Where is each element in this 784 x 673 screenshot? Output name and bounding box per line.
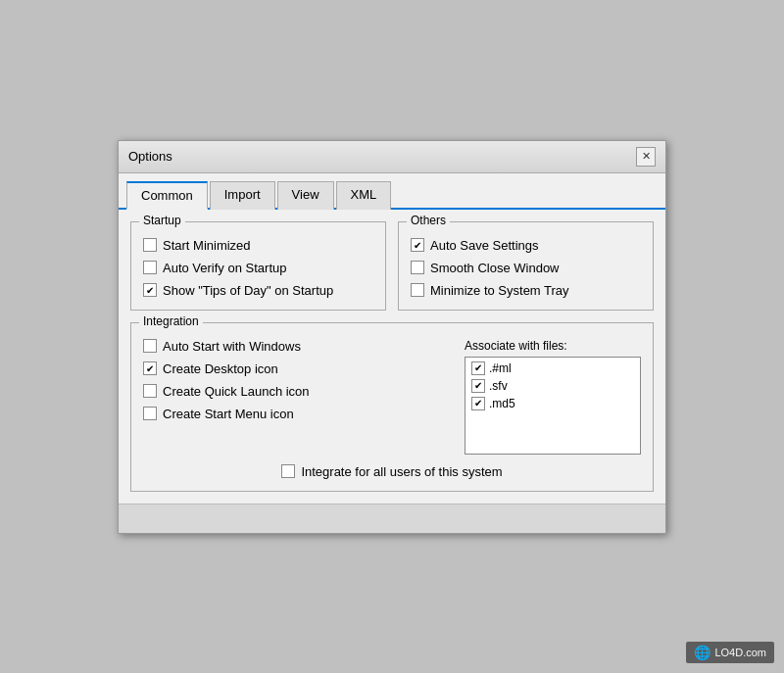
- others-label-0: Auto Save Settings: [430, 238, 539, 253]
- tab-content-common: Startup Start Minimized Auto Verify on S…: [119, 210, 665, 504]
- startup-checkbox-2[interactable]: [143, 283, 157, 297]
- startup-item-2[interactable]: Show "Tips of Day" on Startup: [143, 283, 373, 298]
- startup-group: Startup Start Minimized Auto Verify on S…: [130, 221, 386, 311]
- assoc-checkbox-2[interactable]: [471, 397, 485, 410]
- integration-label-2: Create Quick Launch icon: [163, 384, 310, 399]
- integration-group-label: Integration: [139, 314, 203, 328]
- startup-checkbox-1[interactable]: [143, 261, 157, 274]
- bottom-bar: [119, 504, 665, 533]
- startup-items: Start Minimized Auto Verify on Startup S…: [143, 238, 373, 298]
- others-group-label: Others: [407, 214, 450, 227]
- integration-checkbox-0[interactable]: [143, 339, 157, 353]
- others-item-1[interactable]: Smooth Close Window: [411, 261, 641, 275]
- integration-item-2[interactable]: Create Quick Launch icon: [143, 384, 449, 399]
- integration-item-1[interactable]: Create Desktop icon: [143, 361, 449, 376]
- integration-right: Associate with files: .#ml .sfv .md5: [465, 339, 641, 455]
- integration-label-0: Auto Start with Windows: [163, 339, 301, 354]
- assoc-label-0: .#ml: [489, 361, 512, 375]
- tab-import[interactable]: Import: [210, 181, 275, 210]
- assoc-list: .#ml .sfv .md5: [465, 357, 641, 455]
- integrate-all-row[interactable]: Integrate for all users of this system: [143, 464, 641, 479]
- assoc-item-0[interactable]: .#ml: [471, 361, 634, 375]
- assoc-label-1: .sfv: [489, 379, 508, 393]
- startup-checkbox-0[interactable]: [143, 238, 157, 252]
- startup-item-0[interactable]: Start Minimized: [143, 238, 373, 253]
- integration-inner: Auto Start with Windows Create Desktop i…: [143, 339, 641, 455]
- integration-left: Auto Start with Windows Create Desktop i…: [143, 339, 449, 455]
- integration-label-3: Create Start Menu icon: [163, 407, 294, 421]
- assoc-item-1[interactable]: .sfv: [471, 379, 634, 393]
- integration-label-1: Create Desktop icon: [163, 361, 278, 376]
- tab-view[interactable]: View: [277, 181, 334, 210]
- options-window: Options ✕ Common Import View XML Startup…: [118, 140, 666, 534]
- others-item-2[interactable]: Minimize to System Tray: [411, 283, 641, 298]
- tab-bar: Common Import View XML: [119, 173, 665, 210]
- others-group: Others Auto Save Settings Smooth Close W…: [398, 221, 654, 311]
- integration-checkbox-1[interactable]: [143, 361, 157, 375]
- assoc-label-2: .md5: [489, 397, 515, 410]
- close-button[interactable]: ✕: [636, 147, 656, 167]
- integrate-all-checkbox[interactable]: [281, 464, 295, 478]
- tab-common[interactable]: Common: [126, 181, 208, 210]
- integration-item-0[interactable]: Auto Start with Windows: [143, 339, 449, 354]
- startup-label-0: Start Minimized: [163, 238, 251, 253]
- integration-checkbox-2[interactable]: [143, 384, 157, 398]
- assoc-checkbox-0[interactable]: [471, 361, 485, 375]
- assoc-label: Associate with files:: [465, 339, 641, 353]
- startup-group-label: Startup: [139, 214, 185, 227]
- title-bar: Options ✕: [119, 141, 665, 173]
- startup-label-1: Auto Verify on Startup: [163, 261, 286, 275]
- integration-item-3[interactable]: Create Start Menu icon: [143, 407, 449, 421]
- startup-label-2: Show "Tips of Day" on Startup: [163, 283, 333, 298]
- assoc-item-2[interactable]: .md5: [471, 397, 634, 410]
- others-checkbox-2[interactable]: [411, 283, 424, 297]
- top-sections: Startup Start Minimized Auto Verify on S…: [130, 221, 654, 311]
- others-item-0[interactable]: Auto Save Settings: [411, 238, 641, 253]
- others-items: Auto Save Settings Smooth Close Window M…: [411, 238, 641, 298]
- assoc-checkbox-1[interactable]: [471, 379, 485, 393]
- others-label-1: Smooth Close Window: [430, 261, 560, 275]
- watermark-text: LO4D.com: [714, 647, 766, 658]
- tab-xml[interactable]: XML: [336, 181, 392, 210]
- integration-checkbox-3[interactable]: [143, 407, 157, 420]
- others-checkbox-0[interactable]: [411, 238, 424, 252]
- startup-item-1[interactable]: Auto Verify on Startup: [143, 261, 373, 275]
- others-checkbox-1[interactable]: [411, 261, 424, 274]
- watermark: 🌐 LO4D.com: [686, 642, 774, 663]
- integrate-all-label: Integrate for all users of this system: [301, 464, 502, 479]
- others-label-2: Minimize to System Tray: [430, 283, 569, 298]
- integration-group: Integration Auto Start with Windows Crea…: [130, 322, 654, 492]
- window-title: Options: [128, 149, 172, 164]
